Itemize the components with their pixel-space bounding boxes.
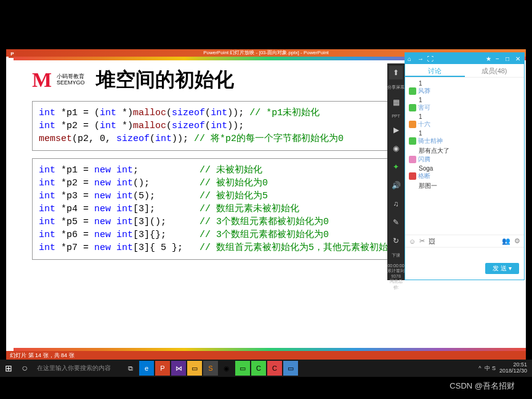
- share-label: 分享屏幕: [387, 84, 405, 91]
- clock[interactable]: 20:51 2018/12/30: [499, 362, 527, 374]
- image-icon[interactable]: 🖼: [429, 238, 435, 245]
- folder-icon[interactable]: ▭: [187, 361, 202, 376]
- chat-panel: ⌂ → ⛶ ★ − □ ✕ 讨论 成员(48) 1风莽1害可1十六1骑士精神那有…: [405, 52, 525, 280]
- share-screen-icon[interactable]: ⬆: [389, 66, 403, 79]
- csdn-watermark: CSDN @吾名招财: [449, 381, 515, 392]
- chat-input-area[interactable]: 发 送 ▾: [405, 247, 524, 278]
- download-tool-icon[interactable]: ↻: [389, 234, 403, 248]
- speaker-tool-icon[interactable]: 🔊: [389, 179, 403, 192]
- music-tool-icon[interactable]: ♫: [389, 197, 403, 211]
- ppt-status-bar: 幻灯片 第 14 张，共 84 张: [6, 351, 526, 360]
- pin-icon[interactable]: ★: [486, 55, 492, 62]
- powerpoint-taskbar-icon[interactable]: P: [155, 361, 170, 376]
- video-tool-icon[interactable]: ▶: [389, 123, 403, 137]
- edge-icon[interactable]: e: [139, 361, 154, 376]
- fullscreen-icon[interactable]: ⛶: [427, 55, 433, 62]
- timer-display: 00:00:00 累计签到 9378 同意总价:: [387, 264, 405, 291]
- chat-header: ⌂ → ⛶ ★ − □ ✕: [405, 53, 524, 64]
- slide-title: 堆空间的初始化: [96, 66, 234, 94]
- tab-members[interactable]: 成员(48): [465, 64, 525, 77]
- ppt-label: PPT: [392, 114, 400, 118]
- settings-icon[interactable]: ⚙: [514, 237, 520, 245]
- minimize-icon[interactable]: −: [496, 55, 502, 62]
- tray-up-icon[interactable]: ^: [478, 365, 481, 371]
- lang-indicator[interactable]: 中 S: [485, 365, 496, 373]
- emoji-icon[interactable]: ☺: [409, 238, 416, 245]
- logo-text-en: SEEMYGO: [57, 80, 85, 86]
- app-icon-4[interactable]: ▭: [283, 361, 298, 376]
- chat-input-toolbar: ☺ ✂ 🖼 👥 ⚙: [405, 235, 524, 247]
- chrome-icon[interactable]: ◉: [219, 361, 234, 376]
- search-placeholder[interactable]: 在这里输入你要搜索的内容: [32, 364, 118, 373]
- ppt-tool-icon[interactable]: ▦: [389, 95, 403, 109]
- home-icon[interactable]: ⌂: [408, 55, 414, 62]
- snip-icon[interactable]: ✂: [419, 237, 425, 245]
- send-button[interactable]: 发 送 ▾: [485, 263, 519, 274]
- start-button[interactable]: ⊞: [0, 360, 17, 377]
- vs-icon[interactable]: ⋈: [171, 361, 186, 376]
- download-label: 下课: [392, 252, 400, 259]
- taskview-icon[interactable]: ⧉: [123, 361, 138, 376]
- sublime-icon[interactable]: S: [203, 361, 218, 376]
- camera-tool-icon[interactable]: ◉: [389, 142, 403, 155]
- close-icon[interactable]: ✕: [515, 55, 522, 62]
- app-icon-1[interactable]: ▭: [235, 361, 250, 376]
- tab-discuss[interactable]: 讨论: [405, 64, 465, 77]
- app-icon-2[interactable]: C: [251, 361, 266, 376]
- chat-tabs: 讨论 成员(48): [405, 64, 524, 78]
- classroom-toolbar: ⬆ 分享屏幕 ▦ PPT ▶ ◉ ✦ 🔊 ♫ ✎ ↻ 下课 00:00:00 累…: [387, 63, 405, 280]
- members-icon[interactable]: 👥: [502, 237, 510, 245]
- logo-m-icon: M: [32, 68, 52, 92]
- mic-tool-icon[interactable]: ✦: [389, 160, 403, 174]
- chat-messages[interactable]: 1风莽1害可1十六1骑士精神那有点大了闪腾Soga格断那图一: [405, 78, 524, 235]
- app-icon-3[interactable]: C: [267, 361, 282, 376]
- windows-taskbar: ⊞ ○ 在这里输入你要搜索的内容 ⧉ e P ⋈ ▭ S ◉ ▭ C C ▭ ^…: [0, 360, 532, 377]
- arrow-icon[interactable]: →: [417, 55, 424, 62]
- board-tool-icon[interactable]: ✎: [389, 216, 403, 229]
- maximize-icon[interactable]: □: [506, 55, 512, 62]
- search-icon[interactable]: ○: [17, 360, 32, 377]
